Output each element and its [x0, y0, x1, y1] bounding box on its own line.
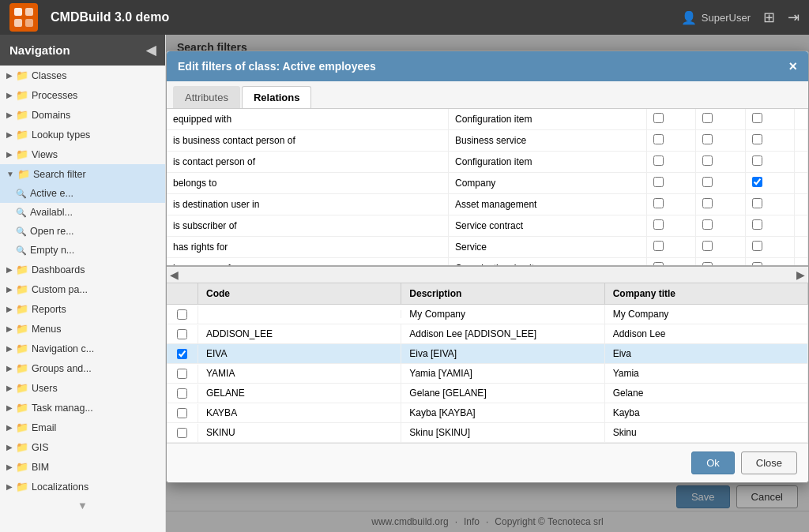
sidebar-item-localizations[interactable]: ▶ 📁 Localizations: [0, 477, 165, 496]
sidebar-item-label: Active e...: [30, 188, 159, 199]
company-checkbox[interactable]: [177, 428, 187, 438]
check-cell: [646, 130, 695, 152]
scroll-down-indicator: ▼: [0, 496, 165, 515]
folder-icon: 📁: [16, 129, 28, 140]
close-footer-button[interactable]: Close: [741, 451, 797, 474]
relation-checkbox-1[interactable]: [653, 177, 664, 187]
sidebar-item-groups[interactable]: ▶ 📁 Groups and...: [0, 358, 165, 378]
row-code: ADDISON_LEE: [198, 324, 401, 343]
check-cell: [745, 173, 795, 194]
row-code: [198, 310, 401, 318]
sidebar-item-label: Reports: [32, 304, 159, 315]
relation-checkbox-3[interactable]: [752, 177, 762, 187]
row-checkbox-cell: [167, 384, 198, 403]
username-label: SuperUser: [702, 12, 751, 24]
sidebar-item-classes[interactable]: ▶ 📁 Classes: [0, 66, 165, 85]
modal-close-button[interactable]: ×: [788, 59, 797, 73]
sidebar-item-reports[interactable]: ▶ 📁 Reports: [0, 299, 165, 319]
sidebar-item-label: Localizations: [32, 481, 159, 493]
sidebar-item-label: Domains: [32, 110, 159, 121]
relation-checkbox-2[interactable]: [702, 198, 713, 208]
modal-footer: Ok Close: [167, 443, 808, 482]
col-code: Code: [198, 283, 401, 304]
relation-checkbox-1[interactable]: [653, 134, 664, 144]
app-title: CMDBuild 3.0 demo: [51, 10, 169, 24]
relation-checkbox-3[interactable]: [752, 155, 762, 166]
row-title: Kayba: [605, 403, 808, 422]
relation-checkbox-2[interactable]: [702, 134, 713, 144]
company-checkbox[interactable]: [177, 408, 187, 418]
sidebar-item-available[interactable]: 🔍 Availabl...: [0, 203, 165, 222]
relation-checkbox-1[interactable]: [653, 198, 664, 208]
sidebar-item-bim[interactable]: ▶ 📁 BIM: [0, 457, 165, 477]
relation-checkbox-3[interactable]: [752, 134, 762, 144]
table-row: ADDISON_LEE Addison Lee [ADDISON_LEE] Ad…: [167, 324, 808, 344]
relation-checkbox-2[interactable]: [702, 113, 713, 123]
sidebar-item-label: Availabl...: [30, 207, 159, 218]
relation-label: equipped with: [167, 109, 449, 130]
relation-checkbox-1[interactable]: [653, 219, 664, 230]
check-cell: [745, 194, 795, 215]
svg-rect-3: [25, 19, 33, 27]
relation-checkbox-2[interactable]: [702, 219, 713, 230]
ok-button[interactable]: Ok: [691, 451, 735, 474]
row-checkbox-cell: [167, 345, 198, 363]
company-checkbox[interactable]: [177, 369, 187, 379]
check-cell: [745, 152, 795, 173]
folder-icon: 📁: [16, 148, 28, 160]
sidebar-item-label: Navigation c...: [32, 343, 159, 354]
relation-checkbox-2[interactable]: [702, 177, 713, 187]
scroll-left-btn[interactable]: ◀: [170, 268, 179, 281]
sidebar-item-open-re[interactable]: 🔍 Open re...: [0, 222, 165, 241]
company-checkbox[interactable]: [177, 309, 187, 320]
sidebar-item-domains[interactable]: ▶ 📁 Domains: [0, 105, 165, 125]
tab-relations[interactable]: Relations: [242, 86, 312, 108]
folder-icon: 📁: [16, 343, 28, 354]
logout-icon[interactable]: ⇥: [788, 9, 800, 26]
relation-checkbox-3[interactable]: [752, 219, 762, 230]
arrow-icon: ▼: [6, 170, 14, 178]
row-description: Skinu [SKINU]: [401, 423, 604, 442]
sidebar-item-dashboards[interactable]: ▶ 📁 Dashboards: [0, 260, 165, 279]
company-checkbox[interactable]: [177, 329, 187, 339]
check-cell: [646, 194, 695, 215]
modal-backdrop: Edit filters of class: Active employees …: [166, 35, 809, 532]
sidebar-item-users[interactable]: ▶ 📁 Users: [0, 378, 165, 398]
sidebar-item-task-management[interactable]: ▶ 📁 Task manag...: [0, 398, 165, 418]
folder-icon: 📁: [16, 481, 28, 493]
relation-checkbox-2[interactable]: [702, 241, 713, 251]
sidebar-toggle[interactable]: ◀: [146, 43, 156, 58]
relation-checkbox-1[interactable]: [653, 113, 664, 123]
check-cell: [745, 215, 795, 237]
sidebar-item-active-employees[interactable]: 🔍 Active e...: [0, 184, 165, 203]
sidebar-item-menus[interactable]: ▶ 📁 Menus: [0, 319, 165, 339]
sidebar-item-email[interactable]: ▶ 📁 Email: [0, 418, 165, 437]
relation-checkbox-1[interactable]: [653, 155, 664, 166]
company-checkbox[interactable]: [177, 349, 187, 359]
company-checkbox[interactable]: [177, 388, 187, 399]
relation-checkbox-3[interactable]: [752, 198, 762, 208]
folder-icon: 📁: [16, 362, 28, 374]
scroll-right-btn[interactable]: ▶: [796, 268, 805, 281]
sidebar-item-custom-pages[interactable]: ▶ 📁 Custom pa...: [0, 279, 165, 299]
relation-checkbox-3[interactable]: [752, 113, 762, 123]
sidebar-item-search-filter[interactable]: ▼ 📁 Search filter: [0, 164, 165, 184]
arrow-icon: ▶: [6, 285, 13, 294]
scroll-spacer: [795, 152, 808, 173]
relation-checkbox-3[interactable]: [752, 241, 762, 251]
folder-icon: 📁: [16, 323, 28, 335]
sidebar-item-views[interactable]: ▶ 📁 Views: [0, 144, 165, 164]
col-description: Description: [401, 283, 604, 304]
sidebar-item-processes[interactable]: ▶ 📁 Processes: [0, 85, 165, 105]
row-title: Gelane: [605, 384, 808, 403]
grid-icon[interactable]: ⊞: [763, 9, 775, 26]
scroll-spacer: [795, 130, 808, 152]
tab-attributes[interactable]: Attributes: [173, 86, 240, 108]
sidebar-item-navigation[interactable]: ▶ 📁 Navigation c...: [0, 339, 165, 358]
sidebar-header: Navigation ◀: [0, 35, 165, 66]
sidebar-item-gis[interactable]: ▶ 📁 GIS: [0, 437, 165, 457]
relation-checkbox-2[interactable]: [702, 155, 713, 166]
relation-checkbox-1[interactable]: [653, 241, 664, 251]
sidebar-item-empty[interactable]: 🔍 Empty n...: [0, 241, 165, 260]
sidebar-item-lookup-types[interactable]: ▶ 📁 Lookup types: [0, 125, 165, 144]
